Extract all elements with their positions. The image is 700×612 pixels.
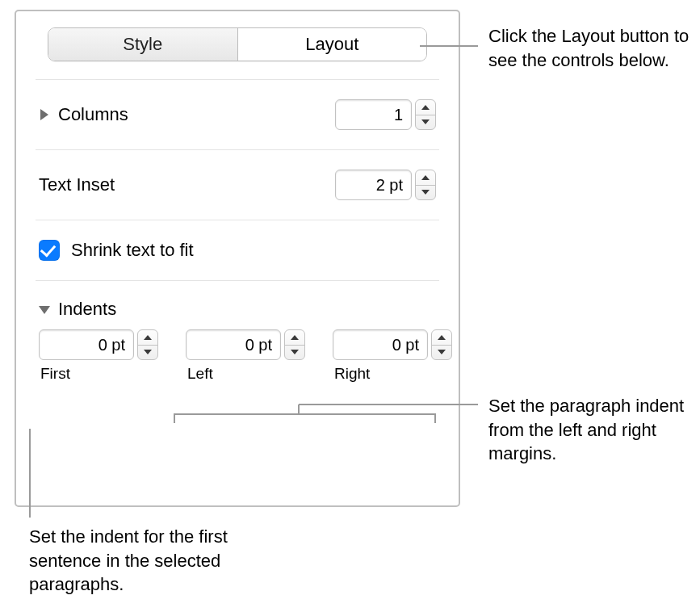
indents-fields: First Left bbox=[36, 329, 439, 389]
columns-stepper bbox=[335, 99, 436, 130]
indent-left-group: Left bbox=[186, 329, 305, 383]
chevron-up-icon bbox=[421, 175, 430, 180]
indent-first-sublabel: First bbox=[39, 365, 70, 383]
indent-right-stepper bbox=[333, 329, 452, 360]
callout-leader-line bbox=[298, 405, 300, 414]
callout-leader-line bbox=[29, 429, 31, 518]
shrink-text-label: Shrink text to fit bbox=[71, 240, 194, 261]
columns-row: Columns bbox=[36, 80, 439, 149]
style-layout-segmented: Style Layout bbox=[48, 27, 427, 61]
columns-stepper-buttons bbox=[415, 99, 436, 130]
indent-right-group: Right bbox=[333, 329, 452, 383]
indent-first-stepper bbox=[39, 329, 158, 360]
indent-right-buttons bbox=[431, 329, 452, 360]
indents-header: Indents bbox=[36, 281, 439, 329]
indent-left-input[interactable] bbox=[186, 329, 281, 360]
chevron-down-icon bbox=[438, 350, 446, 354]
callout-layout-hint: Click the Layout button to see the contr… bbox=[488, 24, 690, 72]
columns-label: Columns bbox=[58, 104, 128, 125]
indent-first-input[interactable] bbox=[39, 329, 134, 360]
text-inset-label: Text Inset bbox=[39, 174, 115, 195]
shrink-text-checkbox[interactable] bbox=[39, 240, 60, 261]
text-inset-row: Text Inset bbox=[36, 150, 439, 220]
indent-first-buttons bbox=[137, 329, 158, 360]
indent-first-decrease-button[interactable] bbox=[138, 345, 157, 360]
callout-leader-line bbox=[299, 404, 478, 405]
indents-label: Indents bbox=[58, 299, 116, 320]
text-inset-stepper bbox=[335, 170, 436, 200]
chevron-down-icon bbox=[421, 119, 430, 124]
callout-first-hint: Set the indent for the first sentence in… bbox=[29, 525, 239, 597]
chevron-up-icon bbox=[144, 335, 152, 340]
indent-first-increase-button[interactable] bbox=[138, 330, 157, 345]
columns-increase-button[interactable] bbox=[416, 100, 435, 115]
chevron-down-icon bbox=[144, 350, 152, 354]
tab-style[interactable]: Style bbox=[48, 28, 237, 61]
callout-leader-line bbox=[420, 45, 478, 47]
text-inset-stepper-buttons bbox=[415, 170, 436, 200]
chevron-up-icon bbox=[421, 105, 430, 110]
text-inset-decrease-button[interactable] bbox=[416, 185, 435, 200]
callout-margins-hint: Set the paragraph indent from the left a… bbox=[488, 394, 690, 466]
chevron-right-icon[interactable] bbox=[39, 109, 50, 120]
layout-panel: Style Layout Columns Text Inset bbox=[15, 10, 460, 507]
chevron-up-icon bbox=[438, 335, 446, 340]
indent-left-decrease-button[interactable] bbox=[285, 345, 304, 360]
indent-right-input[interactable] bbox=[333, 329, 428, 360]
callout-bracket bbox=[174, 413, 436, 423]
indent-right-sublabel: Right bbox=[333, 365, 370, 383]
indent-right-increase-button[interactable] bbox=[432, 330, 451, 345]
chevron-up-icon bbox=[291, 335, 299, 340]
columns-input[interactable] bbox=[335, 99, 412, 130]
chevron-down-icon[interactable] bbox=[39, 304, 50, 315]
indent-left-increase-button[interactable] bbox=[285, 330, 304, 345]
indent-left-stepper bbox=[186, 329, 305, 360]
columns-decrease-button[interactable] bbox=[416, 115, 435, 130]
shrink-text-row: Shrink text to fit bbox=[36, 220, 439, 280]
chevron-down-icon bbox=[291, 350, 299, 354]
indent-left-buttons bbox=[284, 329, 305, 360]
text-inset-input[interactable] bbox=[335, 170, 412, 200]
text-inset-increase-button[interactable] bbox=[416, 170, 435, 185]
indent-first-group: First bbox=[39, 329, 158, 383]
tab-layout[interactable]: Layout bbox=[237, 28, 427, 61]
indent-left-sublabel: Left bbox=[186, 365, 213, 383]
indent-right-decrease-button[interactable] bbox=[432, 345, 451, 360]
chevron-down-icon bbox=[421, 190, 430, 195]
